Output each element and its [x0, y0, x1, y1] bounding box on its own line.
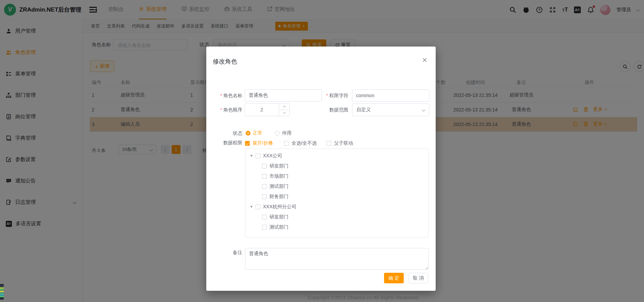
dialog-close-icon[interactable]: ✕	[422, 57, 428, 64]
checkbox-unchecked-icon	[284, 141, 289, 146]
parent-child-link-label: 父子联动	[334, 140, 353, 146]
tree-node[interactable]: 市场部门	[245, 171, 428, 181]
tree-expand-caret-icon[interactable]	[250, 155, 253, 157]
radio-normal-label: 正常	[253, 130, 262, 136]
confirm-button[interactable]: 确 定	[384, 273, 404, 283]
tree-node[interactable]: XXX杭州分公司	[245, 202, 428, 212]
radio-checked-icon	[246, 131, 250, 136]
expand-collapse-label: 展开/折叠	[253, 140, 273, 146]
tree-node[interactable]: 财务部门	[245, 192, 428, 202]
checkbox-unchecked-icon[interactable]	[256, 154, 260, 158]
role-order-label: 角色顺序	[206, 103, 242, 116]
tree-node[interactable]: 测试部门	[245, 181, 428, 192]
checkbox-unchecked-icon[interactable]	[262, 184, 267, 189]
remark-textarea[interactable]: 普通角色	[245, 248, 429, 270]
tree-node[interactable]: 研发部门	[245, 212, 428, 222]
chevron-down-icon	[422, 108, 425, 111]
tree-node[interactable]: XXX公司	[245, 151, 428, 161]
checkbox-unchecked-icon[interactable]	[262, 164, 267, 168]
data-scope-value: 自定义	[356, 107, 371, 113]
select-all-checkbox[interactable]: 全选/全不选	[284, 140, 317, 146]
tree-node-label: 研发部门	[269, 214, 289, 220]
tree-node-label: 测试部门	[269, 224, 289, 230]
department-tree: XXX公司 研发部门 市场部门 测试部门 财务部门 XXX杭州分公司	[245, 148, 429, 237]
tree-node-label: 市场部门	[269, 173, 289, 179]
tree-node[interactable]: 研发部门	[245, 161, 428, 171]
tree-node-label: XXX公司	[263, 153, 282, 159]
tree-node-label: 研发部门	[269, 163, 289, 169]
role-order-value: 2	[245, 104, 279, 116]
screen: V ZRAdmin.NET后台管理 控制台 系统管理 系统监控 系统工具 官网地	[0, 0, 644, 302]
checkbox-unchecked-icon[interactable]	[262, 225, 267, 230]
remark-label: 备注	[206, 250, 242, 256]
role-order-stepper[interactable]: 2	[245, 103, 290, 116]
tree-expand-caret-icon[interactable]	[250, 206, 253, 208]
edit-role-dialog: 修改角色 ✕ 角色名称 权限字符 角色顺序 2 数据范围 自定义	[206, 47, 436, 291]
tree-node-label: 测试部门	[269, 183, 289, 190]
tree-node[interactable]: 测试部门	[245, 222, 428, 232]
checkbox-checked-icon	[245, 141, 250, 146]
stepper-increase-button[interactable]	[279, 104, 290, 110]
data-scope-label: 数据范围	[322, 103, 348, 116]
data-permission-label: 数据权限	[206, 138, 242, 148]
status-radio-normal[interactable]: 正常	[246, 130, 262, 136]
stepper-decrease-button[interactable]	[279, 110, 290, 116]
checkbox-unchecked-icon[interactable]	[262, 194, 267, 199]
parent-child-link-checkbox[interactable]: 父子联动	[327, 140, 353, 146]
radio-disabled-label: 停用	[282, 130, 292, 136]
devtools-mini-widget[interactable]	[0, 284, 4, 300]
expand-collapse-checkbox[interactable]: 展开/折叠	[245, 140, 273, 146]
tree-node-label: XXX杭州分公司	[263, 204, 296, 210]
data-scope-select[interactable]: 自定义	[352, 103, 429, 116]
dialog-title: 修改角色	[213, 57, 237, 66]
select-all-label: 全选/全不选	[292, 140, 317, 146]
checkbox-unchecked-icon[interactable]	[256, 205, 260, 209]
role-name-input[interactable]	[245, 89, 322, 102]
radio-unchecked-icon	[275, 131, 280, 136]
checkbox-unchecked-icon[interactable]	[262, 174, 267, 179]
role-key-input[interactable]	[352, 89, 429, 102]
role-key-label: 权限字符	[322, 89, 348, 102]
status-label: 状态	[206, 128, 242, 138]
tree-node-label: 财务部门	[269, 194, 289, 200]
role-name-label: 角色名称	[206, 89, 242, 102]
cancel-button[interactable]: 取 消	[408, 273, 428, 283]
checkbox-unchecked-icon[interactable]	[262, 215, 267, 219]
status-radio-disabled[interactable]: 停用	[275, 130, 292, 136]
checkbox-unchecked-icon	[327, 141, 331, 146]
